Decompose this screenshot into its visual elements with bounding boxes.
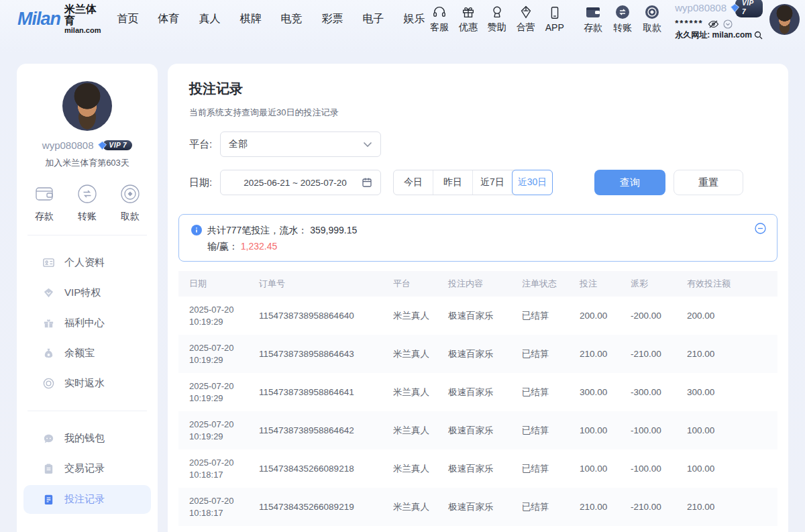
transfer-item[interactable]: 转账	[608, 4, 637, 34]
page-title: 投注记录	[189, 80, 767, 98]
status-text: 已结算	[522, 449, 580, 488]
collapse-icon[interactable]	[755, 223, 766, 234]
transfer-icon	[76, 182, 99, 205]
deposit-icon	[584, 4, 602, 20]
customer-service-item[interactable]: 客服	[425, 5, 453, 34]
date-range-input[interactable]: 2025-06-21 ~ 2025-07-20	[220, 170, 381, 195]
deposit-icon	[33, 182, 56, 205]
bet-records-panel: 投注记录 当前系统支持查询最近30日的投注记录 平台: 全部 日期: 2025-…	[168, 64, 788, 532]
status-text: 已结算	[522, 373, 580, 411]
divider	[28, 411, 147, 411]
permanent-url-text: 永久网址: milan.com	[675, 30, 752, 40]
logo-script-text: Milan	[17, 9, 60, 30]
transfer-action[interactable]: 转账	[76, 182, 99, 223]
sidebar-item-yuebao[interactable]: 余额宝	[17, 338, 158, 368]
table-row: 2025-07-2010:18:17 1154738435266089218 米…	[178, 449, 777, 488]
sidebar-item-bet-records[interactable]: 投注记录	[23, 485, 151, 514]
sidebar-avatar[interactable]	[62, 81, 112, 131]
search-icon[interactable]	[754, 31, 763, 40]
summary-winloss-label: 输/赢：	[207, 241, 238, 252]
deposit-item[interactable]: 存款	[578, 4, 608, 34]
col-valid-bet: 有效投注额	[687, 271, 777, 297]
phone-icon	[547, 5, 562, 20]
range-today-button[interactable]: 今日	[394, 170, 433, 195]
sidebar-item-transactions[interactable]: 交易记录	[17, 454, 158, 484]
vip-diamond-icon	[730, 3, 740, 13]
header-username: wyp080808	[675, 2, 727, 15]
page-subtitle: 当前系统支持查询最近30日的投注记录	[189, 107, 767, 119]
table-row: 2025-07-2010:19:29 1154738738958864640 米…	[178, 297, 777, 335]
order-no: 1154738435266089218	[259, 449, 393, 488]
partnership-icon	[519, 5, 533, 19]
order-no: 1154738738958864640	[259, 297, 393, 335]
col-status: 注单状态	[522, 271, 580, 297]
withdraw-item[interactable]: 取款	[637, 4, 667, 34]
platform-select[interactable]: 全部	[220, 131, 381, 157]
money-bag-icon	[42, 347, 55, 360]
nav-lottery[interactable]: 彩票	[321, 12, 343, 26]
records-table: 日期 订单号 平台 投注内容 注单状态 投注 派彩 有效投注额 2025-07-…	[178, 271, 777, 526]
logo-cn-text: 米兰体育	[64, 4, 101, 27]
quick-range-group: 今日 昨日 近7日 近30日	[393, 170, 553, 195]
nav-esports[interactable]: 电竞	[280, 12, 302, 26]
col-bet: 投注	[580, 271, 631, 297]
promotions-item[interactable]: 优惠	[453, 5, 482, 34]
sponsor-item[interactable]: 赞助	[482, 5, 511, 34]
nav-sports[interactable]: 体育	[158, 12, 179, 26]
sidebar-item-welfare[interactable]: 福利中心	[17, 308, 158, 338]
search-button[interactable]: 查询	[594, 170, 665, 195]
order-no: 1154738435266089219	[259, 488, 393, 526]
date-label: 日期:	[189, 176, 220, 189]
status-text: 已结算	[522, 488, 580, 526]
range-7days-button[interactable]: 近7日	[473, 170, 513, 195]
divider	[28, 235, 147, 235]
app-item[interactable]: APP	[540, 5, 569, 33]
deposit-action[interactable]: 存款	[33, 182, 56, 223]
withdraw-icon	[644, 4, 660, 20]
top-bar: Milan 米兰体育 milan.com 首页 体育 真人 棋牌 电竞 彩票 电…	[0, 0, 805, 38]
info-icon	[191, 225, 202, 235]
main-nav: 首页 体育 真人 棋牌 电竞 彩票 电子 娱乐	[117, 12, 425, 26]
header-avatar[interactable]	[769, 4, 800, 35]
nav-slots[interactable]: 电子	[362, 12, 384, 26]
withdraw-icon	[119, 182, 142, 205]
vip-badge[interactable]: VIP 7	[730, 0, 763, 17]
withdraw-action[interactable]: 取款	[119, 182, 142, 223]
welfare-gift-icon	[42, 317, 55, 329]
site-logo[interactable]: Milan 米兰体育 milan.com	[17, 4, 101, 34]
table-row: 2025-07-2010:18:17 1154738435266089219 米…	[178, 488, 777, 526]
transfer-icon	[614, 4, 631, 20]
avatar-image	[62, 81, 112, 131]
rebate-icon	[42, 377, 55, 390]
date-range-value: 2025-06-21 ~ 2025-07-20	[229, 178, 362, 188]
table-row: 2025-07-2010:19:29 1154738738958864642 米…	[178, 411, 777, 449]
status-text: 已结算	[522, 297, 580, 335]
table-row: 2025-07-2010:19:29 1154738738958864643 米…	[178, 335, 777, 373]
partnership-item[interactable]: 合营	[511, 5, 540, 34]
sidebar-item-profile[interactable]: 个人资料	[17, 248, 158, 278]
refresh-circle-icon[interactable]	[723, 19, 733, 29]
nav-live[interactable]: 真人	[199, 12, 220, 26]
col-payout: 派彩	[631, 271, 687, 297]
vip-diamond-icon	[97, 141, 107, 150]
sidebar-item-wallet[interactable]: 我的钱包	[17, 423, 158, 454]
nav-home[interactable]: 首页	[117, 12, 138, 26]
range-yesterday-button[interactable]: 昨日	[433, 170, 473, 195]
masked-balance: ******	[675, 18, 703, 29]
reset-button[interactable]: 重置	[674, 170, 743, 195]
platform-filter-row: 平台: 全部	[189, 131, 767, 157]
sidebar-quick-actions: 存款 转账 取款	[17, 182, 158, 223]
eye-slash-icon[interactable]	[708, 19, 719, 29]
sponsor-icon	[490, 5, 504, 19]
summary-turnover-value: 359,999.15	[310, 225, 357, 235]
nav-cards[interactable]: 棋牌	[239, 12, 261, 26]
table-header-row: 日期 订单号 平台 投注内容 注单状态 投注 派彩 有效投注额	[178, 271, 777, 297]
summary-total-text: 共计777笔投注，流水：	[207, 225, 307, 235]
status-text: 已结算	[522, 335, 580, 373]
vip-badge[interactable]: VIP 7	[97, 140, 133, 150]
range-30days-button[interactable]: 近30日	[512, 170, 553, 195]
sidebar-item-vip[interactable]: VIP特权	[17, 278, 158, 308]
date-filter-row: 日期: 2025-06-21 ~ 2025-07-20 今日 昨日 近7日 近3…	[189, 170, 767, 195]
sidebar-item-rebate[interactable]: 实时返水	[17, 368, 158, 398]
nav-entertainment[interactable]: 娱乐	[403, 12, 425, 26]
